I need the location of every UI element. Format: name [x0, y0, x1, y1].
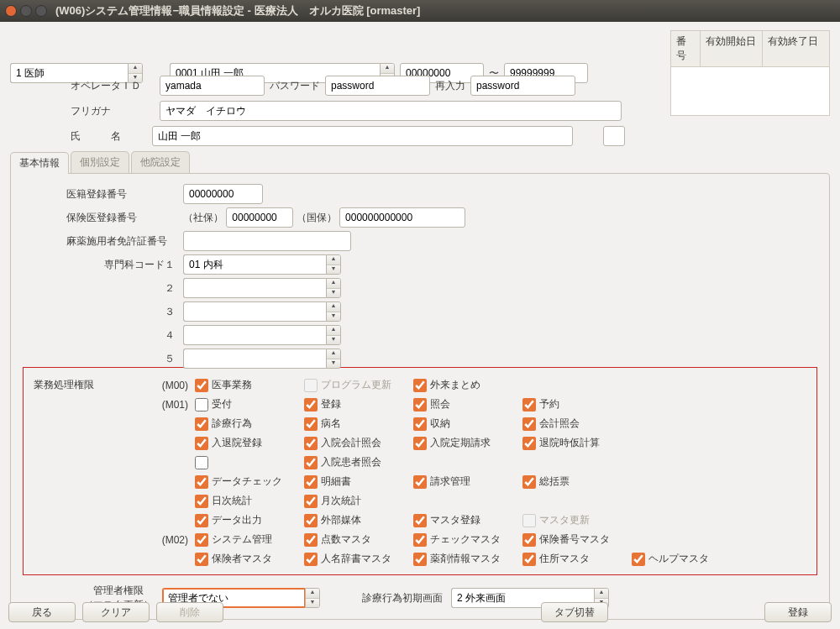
role-up[interactable]: ▲	[129, 64, 142, 74]
spec2-up[interactable]: ▲	[327, 279, 340, 289]
init-up[interactable]: ▲	[595, 589, 608, 599]
chk-nyukaikei[interactable]	[304, 437, 318, 450]
chk-dataout[interactable]	[195, 514, 208, 527]
close-icon[interactable]	[5, 5, 17, 17]
chk-seikyu[interactable]	[413, 475, 427, 489]
clear-button[interactable]: クリア	[82, 602, 150, 622]
spec2-input[interactable]	[183, 278, 326, 298]
kokuho-input[interactable]	[339, 207, 465, 228]
maximize-icon[interactable]	[35, 5, 47, 17]
delete-button: 削除	[156, 602, 223, 622]
name-input[interactable]	[152, 126, 573, 146]
chk-getsuji[interactable]	[304, 495, 318, 508]
tab-other[interactable]: 他院設定	[131, 151, 190, 173]
spec5-down[interactable]: ▼	[327, 359, 340, 369]
chk-blank[interactable]	[195, 456, 208, 469]
drug-input[interactable]	[183, 231, 351, 251]
op-id-label: オペレータＩＤ	[71, 79, 155, 93]
spec3-down[interactable]: ▼	[327, 312, 340, 322]
chk-gaibu[interactable]	[304, 514, 318, 527]
tab-basic[interactable]: 基本情報	[10, 152, 69, 174]
chk-shokai[interactable]	[413, 398, 427, 411]
titlebar: (W06)システム管理情報−職員情報設定 - 医療法人 オルカ医院 [ormas…	[0, 0, 840, 22]
med-reg-input[interactable]	[183, 184, 263, 204]
chk-taiin[interactable]	[522, 437, 536, 450]
minimize-icon[interactable]	[20, 5, 32, 17]
password-confirm-input[interactable]	[470, 76, 575, 96]
small-box[interactable]	[603, 126, 625, 146]
tab-switch-button[interactable]: タブ切替	[541, 602, 608, 622]
n5: ５	[53, 352, 183, 366]
spec1-down[interactable]: ▼	[327, 265, 340, 275]
chk-tensu[interactable]	[304, 533, 318, 547]
chk-check[interactable]	[413, 533, 427, 547]
permissions-box: 業務処理権限 (M00) 医事業務 プログラム更新 外来まとめ (M01) 受付…	[23, 367, 817, 575]
chk-shuno[interactable]	[413, 417, 427, 431]
chk-hokenno[interactable]	[522, 533, 536, 547]
admin-up[interactable]: ▲	[306, 589, 319, 599]
med-reg-label: 医籍登録番号	[53, 187, 183, 202]
staff-up[interactable]: ▲	[381, 64, 394, 74]
spec1-up[interactable]: ▲	[327, 255, 340, 265]
m02: (M02)	[86, 534, 195, 546]
spec3-input[interactable]	[183, 301, 326, 322]
chk-hokensha[interactable]	[195, 553, 208, 566]
chk-soukatsu[interactable]	[522, 475, 536, 489]
chk-uke[interactable]	[195, 398, 208, 411]
shaho-label: （社保）	[183, 212, 223, 223]
m00: (M00)	[86, 380, 195, 391]
pw-label: パスワード	[270, 79, 320, 93]
spec4-input[interactable]	[183, 325, 326, 345]
chk-toroku[interactable]	[304, 398, 318, 411]
register-button[interactable]: 登録	[764, 602, 832, 622]
drug-label: 麻薬施用者免許証番号	[53, 234, 183, 249]
pw2-label: 再入力	[435, 79, 465, 93]
chk-help[interactable]	[632, 553, 645, 566]
chk-nyukanja[interactable]	[304, 456, 318, 469]
col-start: 有効開始日	[701, 30, 763, 67]
chk-gairai[interactable]	[413, 379, 427, 392]
col-end: 有効終了日	[763, 30, 830, 67]
chk-jinmei[interactable]	[304, 553, 318, 566]
chk-byomei[interactable]	[304, 417, 318, 431]
spec2-down[interactable]: ▼	[327, 289, 340, 298]
chk-jusho[interactable]	[522, 553, 536, 566]
chk-meisai[interactable]	[304, 475, 318, 489]
chk-yoyaku[interactable]	[522, 398, 536, 411]
kana-label: フリガナ	[71, 104, 155, 118]
kokuho-label: （国保）	[297, 212, 337, 223]
spec4-up[interactable]: ▲	[327, 326, 340, 336]
chk-nyuteiki[interactable]	[413, 437, 427, 450]
n2: ２	[53, 281, 183, 296]
back-button[interactable]: 戻る	[8, 602, 76, 622]
chk-nichiji[interactable]	[195, 495, 208, 508]
operator-id-input[interactable]	[160, 76, 265, 96]
chk-nyutai[interactable]	[195, 437, 208, 450]
chk-datacheck[interactable]	[195, 475, 208, 489]
n3: ３	[53, 305, 183, 319]
kana-input[interactable]	[160, 101, 622, 121]
spec5-up[interactable]: ▲	[327, 349, 340, 359]
chk-system[interactable]	[195, 533, 208, 547]
perm-header: 業務処理権限	[34, 378, 86, 392]
chk-masterup	[522, 514, 536, 527]
name-label: 氏 名	[71, 129, 147, 144]
tab-panel-basic: 医籍登録番号 保険医登録番号 （社保） （国保） 麻薬施用者免許証番号 専門科コ…	[10, 173, 830, 620]
period-list[interactable]	[670, 67, 830, 116]
shaho-input[interactable]	[226, 207, 293, 228]
col-no: 番号	[670, 30, 701, 67]
ins-reg-label: 保険医登録番号	[53, 211, 183, 225]
spec4-down[interactable]: ▼	[327, 336, 340, 345]
admin-label1: 管理者権限	[83, 584, 154, 598]
spec5-input[interactable]	[183, 349, 326, 369]
chk-kaikei[interactable]	[522, 417, 536, 431]
chk-iji[interactable]	[195, 379, 208, 392]
spec1-input[interactable]	[183, 254, 326, 275]
chk-yakuzai[interactable]	[413, 553, 427, 566]
password-input[interactable]	[325, 76, 430, 96]
window-title: (W06)システム管理情報−職員情報設定 - 医療法人 オルカ医院 [ormas…	[55, 3, 420, 18]
chk-shinryo[interactable]	[195, 417, 208, 431]
tab-individual[interactable]: 個別設定	[71, 151, 129, 173]
spec3-up[interactable]: ▲	[327, 302, 340, 312]
chk-master[interactable]	[413, 514, 427, 527]
